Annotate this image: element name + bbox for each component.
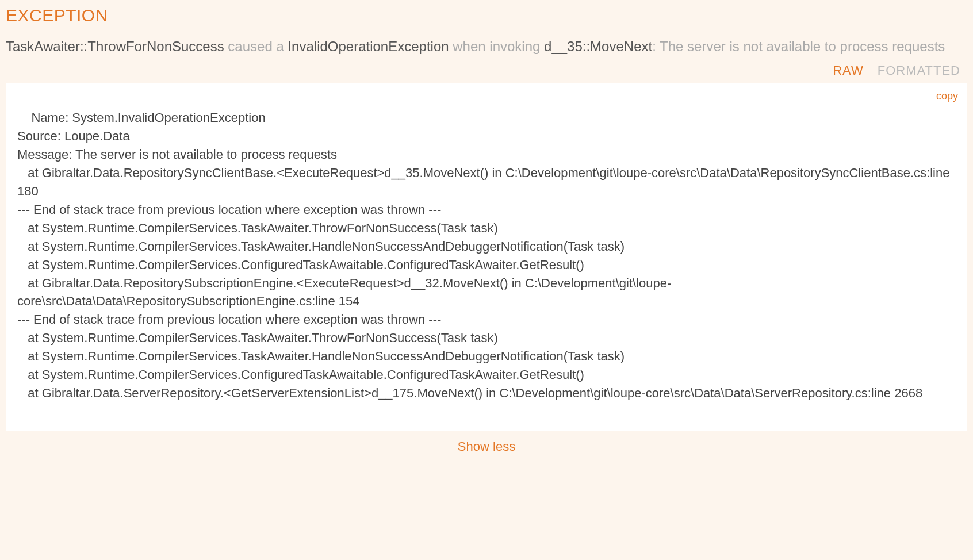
copy-button[interactable]: copy: [936, 89, 958, 103]
summary-invoked: d__35::MoveNext: [544, 39, 652, 54]
summary-thrower: TaskAwaiter::ThrowForNonSuccess: [6, 39, 224, 54]
view-tabs: RAW FORMATTED: [6, 63, 967, 78]
summary-message: The server is not available to process r…: [660, 39, 945, 54]
summary-exception-type: InvalidOperationException: [288, 39, 449, 54]
summary-when-text: when invoking: [449, 39, 544, 54]
exception-panel: EXCEPTION TaskAwaiter::ThrowForNonSucces…: [6, 6, 967, 458]
show-less-button[interactable]: Show less: [6, 431, 967, 458]
tab-raw[interactable]: RAW: [833, 63, 864, 78]
summary-caused-text: caused a: [224, 39, 288, 54]
summary-colon: :: [652, 39, 660, 54]
exception-summary: TaskAwaiter::ThrowForNonSuccess caused a…: [6, 37, 967, 56]
tab-formatted[interactable]: FORMATTED: [878, 63, 960, 78]
raw-stacktrace-box: copyName: System.InvalidOperationExcepti…: [6, 83, 967, 431]
raw-stacktrace-text: Name: System.InvalidOperationException S…: [17, 110, 953, 400]
section-title: EXCEPTION: [6, 6, 967, 25]
